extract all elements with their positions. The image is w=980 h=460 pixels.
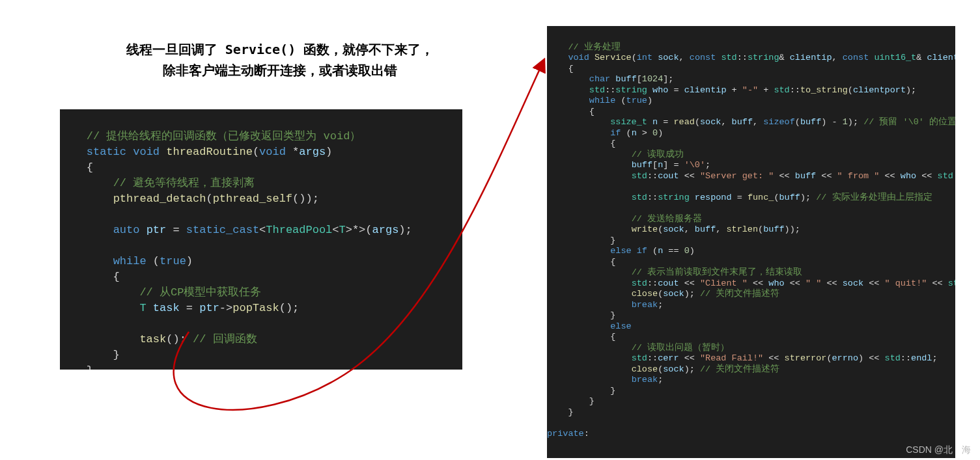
var-who: who [768,278,784,288]
var-args: args [372,224,399,236]
comment: // 发送给服务器 [632,214,702,224]
var-clientip: clientip [684,85,727,95]
var-task: task [153,302,180,314]
var-buff: buff [795,171,816,181]
var-cerr: cerr [658,353,679,363]
var-n: n [658,160,663,170]
ns-std: std [948,278,955,288]
comment: // 回调函数 [193,333,257,345]
var-n: n [652,117,658,127]
ns-std: std [632,171,647,181]
str-server-get: "Server get: " [700,171,774,181]
var-sock: sock [663,224,684,234]
var-respond: respond [695,193,732,202]
caption-line1: 线程一旦回调了 Service() 函数，就停不下来了， [117,39,443,60]
str-read-fail: "Read Fail!" [700,353,763,363]
kw-else: else [610,246,631,256]
kw-void: void [133,146,160,158]
fn-task: task [139,333,166,345]
num-1024: 1024 [642,74,663,84]
caption-line2: 除非客户端主动断开连接，或者读取出错 [117,60,443,81]
comment: // 预留 '\0' 的位置 [863,117,955,127]
str-from: " from " [837,171,880,181]
comment: // 关闭文件描述符 [700,364,779,374]
code-block-left: // 提供给线程的回调函数（已修改返回类型为 void） static void… [60,109,462,370]
num-0: 0 [684,246,690,256]
str-quit: " quit!" [885,278,927,288]
kw-while: while [113,255,147,267]
ns-std: std [589,85,605,95]
type-string: string [748,53,779,62]
var-buff: buff [615,74,636,84]
ns-std: std [632,278,647,288]
ns-std: std [885,353,901,363]
var-n: n [632,128,637,138]
comment: // 避免等待线程，直接剥离 [113,177,255,189]
var-buff: buff [800,117,821,127]
kw-static: static [87,146,126,158]
str-space: " " [805,278,821,288]
type-ssize_t: ssize_t [610,117,647,127]
var-args: args [299,146,326,158]
var-buff: buff [779,193,800,202]
kw-else: else [610,321,631,331]
kw-true: true [626,96,647,105]
comment: // 从CP模型中获取任务 [139,286,261,299]
num-0: 0 [652,128,658,138]
var-clientport: clientport [927,53,955,62]
fn-popTask: popTask [232,302,279,314]
var-sock: sock [658,53,679,62]
var-endl: endl [911,353,932,363]
var-ptr: ptr [147,224,167,236]
comment: // 读取成功 [632,150,684,159]
kw-int: int [637,53,652,62]
kw-sizeof: sizeof [763,117,795,127]
caption: 线程一旦回调了 Service() 函数，就停不下来了， 除非客户端主动断开连接… [117,39,443,81]
type-uint16_t: uint16_t [874,53,916,62]
fn-strlen: strlen [726,224,758,234]
comment: // 业务处理 [568,42,620,52]
kw-char: char [589,74,610,84]
var-cout: cout [658,171,679,181]
var-sock: sock [700,117,721,127]
fn-read: read [673,117,694,127]
kw-const: const [843,53,869,62]
var-clientport: clientport [853,85,906,95]
ns-std: std [721,53,736,62]
comment: // 实际业务处理由上层指定 [816,193,932,202]
str-client: "Client " [700,278,748,288]
watermark: CSDN @北 海 [906,444,971,456]
kw-break: break [632,375,658,385]
str-nul: '\0' [684,160,705,170]
type-string: string [615,85,647,95]
var-ptr: ptr [199,302,219,314]
var-who: who [901,171,916,181]
kw-break: break [632,300,658,310]
comment: // 表示当前读取到文件末尾了，结束读取 [632,267,802,277]
str-dash: "-" [742,85,758,95]
var-who: who [652,85,668,95]
kw-while: while [589,96,616,105]
var-errno: errno [832,353,859,363]
kw-if: if [637,246,647,256]
var-sock: sock [663,364,684,374]
type-T: T [339,224,346,236]
kw-const: const [690,53,716,62]
kw-static_cast: static_cast [186,224,259,236]
comment: // 读取出问题（暂时） [632,343,729,353]
fn-Service: Service [595,53,632,62]
kw-if: if [610,128,621,138]
var-cout: cout [658,278,679,288]
fn-pthread_self: pthread_self [213,193,292,205]
fn-func_: func_ [748,193,774,202]
ns-std: std [632,353,647,363]
code-block-right: // 业务处理 void Service(int sock, const std… [547,26,955,458]
ns-std: std [774,85,789,95]
kw-private: private [547,429,584,439]
ns-std: std [938,171,953,181]
fn-threadRoutine: threadRoutine [166,146,253,158]
num-1: 1 [843,117,848,127]
var-buff: buff [732,117,753,127]
ns-std: std [632,193,647,202]
type-string: string [658,193,690,202]
